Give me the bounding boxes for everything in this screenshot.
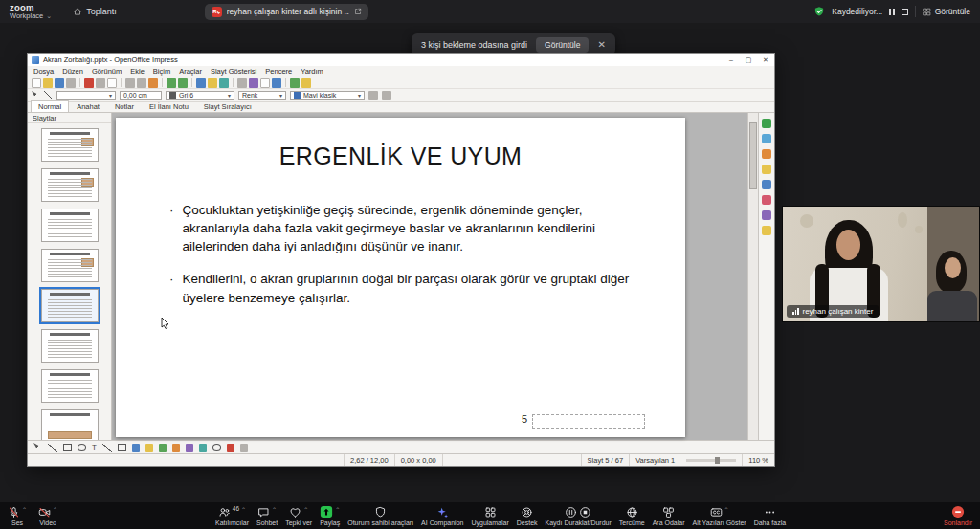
pause-recording-icon[interactable] bbox=[889, 9, 895, 15]
impress-titlebar[interactable]: Akran Zorbalığı.pptx - OpenOffice Impres… bbox=[28, 54, 774, 66]
find-icon[interactable] bbox=[237, 78, 247, 88]
curve-tool-icon[interactable] bbox=[102, 444, 112, 452]
email-icon[interactable] bbox=[66, 78, 76, 88]
styles-icon[interactable] bbox=[762, 165, 771, 174]
transition-icon[interactable] bbox=[762, 210, 771, 220]
tab-outline[interactable]: Anahat bbox=[69, 100, 107, 112]
hyperlink-icon[interactable] bbox=[219, 78, 229, 88]
view-button[interactable]: Görüntüle bbox=[923, 7, 970, 16]
undo-icon[interactable] bbox=[167, 78, 176, 88]
master-pages-icon[interactable] bbox=[762, 226, 771, 235]
share-screen-button[interactable]: ⌃ Paylaş bbox=[320, 505, 340, 526]
meeting-tab[interactable]: Rç reyhan çalışan kinter adlı kişinin ..… bbox=[205, 4, 368, 20]
flowchart-icon[interactable] bbox=[172, 444, 180, 452]
chat-button[interactable]: ⌃ Sohbet bbox=[256, 505, 278, 526]
ellipse-tool-icon[interactable] bbox=[78, 444, 86, 451]
open-icon[interactable] bbox=[43, 78, 53, 88]
participants-button[interactable]: 46 ⌃ Katılımcılar bbox=[215, 505, 249, 526]
security-shield-icon[interactable] bbox=[813, 6, 825, 17]
table-icon[interactable] bbox=[208, 78, 217, 88]
slide-show-icon[interactable] bbox=[301, 78, 311, 88]
help-icon[interactable] bbox=[272, 78, 281, 88]
slide-thumbnail-3[interactable] bbox=[41, 209, 99, 242]
tab-notes[interactable]: Notlar bbox=[107, 100, 142, 112]
paste-icon[interactable] bbox=[148, 78, 158, 88]
menu-gorunum[interactable]: Görünüm bbox=[92, 67, 122, 76]
navigator-panel-icon[interactable] bbox=[762, 180, 771, 189]
record-pause-stop-button[interactable]: Kaydı Duraklat/Durdur bbox=[546, 505, 612, 526]
animation-icon[interactable] bbox=[762, 195, 771, 205]
callouts-icon[interactable] bbox=[186, 444, 193, 452]
select-arrow-icon[interactable] bbox=[32, 91, 40, 99]
host-tools-button[interactable]: Oturum sahibi araçları bbox=[347, 505, 413, 526]
chart-icon[interactable] bbox=[196, 78, 206, 88]
translate-button[interactable]: Tercüme bbox=[619, 505, 645, 526]
rotate-icon[interactable] bbox=[382, 91, 391, 100]
select-tool-icon[interactable] bbox=[33, 443, 42, 452]
menu-slayt-gosterisi[interactable]: Slayt Gösterisi bbox=[211, 67, 256, 76]
line-color-select[interactable]: Gri 6▾ bbox=[166, 91, 234, 100]
slide-thumbnail-1[interactable] bbox=[41, 128, 99, 162]
new-document-icon[interactable] bbox=[32, 78, 41, 88]
line-style-select[interactable]: ▾ bbox=[56, 91, 116, 100]
zoom-slider-knob[interactable] bbox=[715, 457, 720, 464]
ai-companion-button[interactable]: AI Companion bbox=[421, 505, 463, 526]
zoom-slider[interactable] bbox=[686, 459, 736, 462]
chevron-up-icon[interactable]: ⌃ bbox=[272, 506, 277, 513]
reactions-button[interactable]: ⌃ Tepki ver bbox=[285, 505, 312, 526]
scrollbar-thumb[interactable] bbox=[749, 122, 757, 189]
insert-picture-icon[interactable] bbox=[240, 444, 248, 452]
slide-thumbnail-8[interactable] bbox=[41, 409, 99, 440]
video-button[interactable]: ⌃ Video bbox=[38, 505, 57, 526]
chevron-up-icon[interactable]: ⌃ bbox=[335, 506, 340, 513]
close-button[interactable]: ✕ bbox=[757, 54, 774, 66]
menu-dosya[interactable]: Dosya bbox=[33, 67, 54, 76]
tab-slide-sorter[interactable]: Slayt Sıralayıcı bbox=[196, 100, 259, 112]
symbol-shapes-icon[interactable] bbox=[145, 444, 153, 452]
chevron-up-icon[interactable]: ⌃ bbox=[241, 506, 246, 513]
chevron-up-icon[interactable]: ⌃ bbox=[22, 506, 27, 513]
stars-icon[interactable] bbox=[199, 444, 207, 452]
home-tab[interactable]: Toplantı bbox=[73, 7, 117, 16]
toast-view-button[interactable]: Görüntüle bbox=[536, 37, 589, 53]
minimize-button[interactable]: – bbox=[723, 54, 740, 66]
save-icon[interactable] bbox=[55, 78, 64, 88]
fill-color-select[interactable]: Mavi klasik▾ bbox=[290, 91, 365, 100]
mute-button[interactable]: ⌃ Ses bbox=[8, 505, 27, 526]
text-tool-icon[interactable]: T bbox=[92, 443, 97, 452]
current-slide[interactable]: ERGENLİK VE UYUM · Çocukluktan yetişkinl… bbox=[116, 118, 685, 437]
line-width-input[interactable]: 0,00 cm bbox=[120, 91, 162, 100]
menu-yardim[interactable]: Yardım bbox=[301, 67, 323, 76]
rectangle-tool-icon[interactable] bbox=[63, 444, 72, 451]
slide-thumbnail-2[interactable] bbox=[41, 168, 99, 202]
slide-thumbnail-5-selected[interactable] bbox=[41, 289, 99, 322]
slide-thumbnail-6[interactable] bbox=[41, 329, 99, 363]
display-grid-icon[interactable] bbox=[290, 78, 300, 88]
export-pdf-icon[interactable] bbox=[84, 78, 94, 88]
line-draw-icon[interactable] bbox=[48, 444, 57, 452]
line-tool-icon[interactable] bbox=[44, 91, 53, 99]
chevron-up-icon[interactable]: ⌃ bbox=[53, 506, 57, 513]
3d-objects-icon[interactable] bbox=[212, 444, 221, 451]
toast-close-icon[interactable]: ✕ bbox=[597, 39, 605, 50]
tab-handout[interactable]: El İlanı Notu bbox=[142, 100, 196, 112]
navigator-icon[interactable] bbox=[249, 78, 258, 88]
participant-video-tile[interactable]: reyhan çalışan kinter bbox=[782, 206, 980, 322]
zoom-tool-icon[interactable] bbox=[260, 78, 270, 88]
maximize-button[interactable]: ▢ bbox=[740, 54, 757, 66]
block-arrows-icon[interactable] bbox=[159, 444, 167, 452]
accept-change-icon[interactable] bbox=[762, 119, 771, 128]
connector-tool-icon[interactable] bbox=[118, 444, 126, 451]
gallery-icon[interactable] bbox=[762, 149, 771, 159]
support-button[interactable]: Destek bbox=[517, 505, 538, 526]
zoom-workplace-logo[interactable]: zoom Workplace ⌄ bbox=[10, 3, 52, 20]
chevron-up-icon[interactable]: ⌃ bbox=[724, 506, 729, 513]
apps-button[interactable]: Uygulamalar bbox=[471, 505, 508, 526]
slide-thumbnail-7[interactable] bbox=[41, 369, 99, 403]
menu-bicim[interactable]: Biçim bbox=[153, 67, 170, 76]
fontwork-icon[interactable] bbox=[227, 444, 234, 452]
cut-icon[interactable] bbox=[125, 78, 135, 88]
stop-recording-icon[interactable] bbox=[902, 9, 908, 15]
menu-duzen[interactable]: Düzen bbox=[62, 67, 83, 76]
presenter-icon[interactable] bbox=[762, 134, 771, 143]
